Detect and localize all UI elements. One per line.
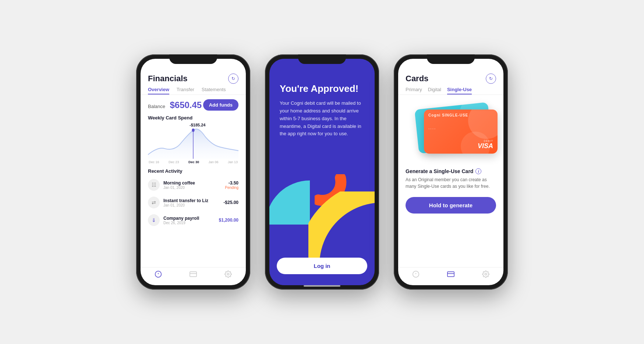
chart-x-labels: Dec 16 Dec 23 Dec 30 Jan 06 Jan 13 [148,160,238,164]
approved-title: You're Approved! [280,83,364,94]
nav-settings-icon-3[interactable] [482,270,489,278]
chart-label-dec16: Dec 16 [149,160,159,164]
transaction-date-payroll: Dec 26, 2019 [163,221,215,225]
chart-label-dec30: Dec 30 [188,160,199,164]
transaction-amount-transfer: -$25.00 [223,200,238,205]
spend-chart: -$185.24 [148,122,238,159]
phone-cards: Cards ↻ Primary Digital Single-Use [394,54,508,290]
cards-title: Cards [406,74,428,83]
phone-financials: Financials ↻ Overview Transfer Statement… [136,54,250,290]
transaction-date-coffee: Jan 01, 2020 [163,186,221,190]
nav-financials-icon-3[interactable] [412,270,420,278]
home-bar-1 [175,285,212,287]
nav-cards-icon[interactable] [190,270,197,278]
transaction-icon-transfer: ⇄ [148,197,160,208]
financials-tabs: Overview Transfer Statements [141,84,246,94]
card-visual: Cogni SINGLE-USE ···· DEBIT VISA [406,102,496,161]
nav-cards-icon-3[interactable] [447,270,454,278]
tab-single-use[interactable]: Single-Use [447,87,472,94]
transaction-amount-payroll: $1,200.00 [219,218,238,223]
transaction-icon-coffee: ☷ [148,179,160,191]
hold-btn-container: Hold to generate [398,193,503,214]
tab-digital[interactable]: Digital [428,87,441,94]
transaction-name-transfer: Instant transfer to Liz [163,198,220,203]
approved-screen: You're Approved! Your Cogni debit card w… [269,72,375,171]
bottom-nav-cards [398,267,503,285]
shape-yellow-arc [308,191,375,258]
weekly-spend-title: Weekly Card Spend [148,115,238,121]
chart-label-jan06: Jan 06 [208,160,218,164]
nav-settings-icon[interactable] [224,270,232,278]
cards-tabs-divider [398,94,503,95]
tab-transfer[interactable]: Transfer [177,87,194,94]
chart-label-jan13: Jan 13 [228,160,238,164]
svg-point-7 [227,273,229,275]
transaction-icon-payroll: ⇓ [148,214,160,226]
nav-financials-icon[interactable] [155,270,162,278]
cards-tabs: Primary Digital Single-Use [398,84,503,94]
generate-title-text: Generate a Single-Use Card [406,168,473,174]
tab-primary[interactable]: Primary [406,87,422,94]
cards-header: Cards ↻ [398,70,503,84]
add-funds-button[interactable]: Add funds [203,99,238,111]
cards-menu-icon[interactable]: ↻ [486,74,496,84]
transaction-status-coffee: Pending [225,186,238,190]
financials-menu-icon[interactable]: ↻ [228,74,238,84]
home-bar-3 [432,285,469,287]
balance-amount: $650.45 [170,100,202,110]
chart-label-dec23: Dec 23 [169,160,179,164]
chart-tooltip: -$185.24 [190,123,205,127]
transaction-amount-coffee: -3.50 [225,180,238,186]
balance-label: Balance [148,104,165,109]
login-btn-container: Log in [269,258,375,285]
transaction-name-payroll: Company payroll [163,216,215,221]
shape-teal-quarter [269,180,310,225]
approved-text: Your Cogni debit card will be mailed to … [280,100,364,138]
transaction-date-transfer: Jan 01, 2020 [163,203,220,207]
generate-description: As an Original member you can create as … [406,176,496,190]
hold-to-generate-button[interactable]: Hold to generate [406,197,496,214]
generate-section: Generate a Single-Use Card i As an Origi… [398,165,503,193]
financials-title: Financials [148,74,188,83]
svg-rect-11 [447,272,454,276]
svg-rect-5 [190,272,197,276]
phone-notch-1 [169,54,217,64]
transaction-name-coffee: Morning coffee [163,180,221,186]
card-front: Cogni SINGLE-USE ···· DEBIT VISA [424,110,498,154]
tab-statements[interactable]: Statements [202,87,226,94]
home-bar-2 [304,285,340,287]
svg-point-13 [485,273,487,275]
info-icon[interactable]: i [475,168,481,174]
recent-activity-title: Recent Activity [141,167,246,176]
transaction-payroll[interactable]: ⇓ Company payroll Dec 26, 2019 $1,200.00 [141,211,246,229]
phone-notch-2 [298,54,346,64]
phone-approved: You're Approved! Your Cogni debit card w… [265,54,379,290]
bottom-nav-financials [141,267,246,285]
tab-overview[interactable]: Overview [148,87,169,94]
svg-point-1 [192,129,194,132]
login-button[interactable]: Log in [277,258,367,274]
phone-notch-3 [427,54,475,64]
transaction-morning-coffee[interactable]: ☷ Morning coffee Jan 01, 2020 -3.50 Pend… [141,176,246,194]
transaction-transfer-liz[interactable]: ⇄ Instant transfer to Liz Jan 01, 2020 -… [141,194,246,211]
